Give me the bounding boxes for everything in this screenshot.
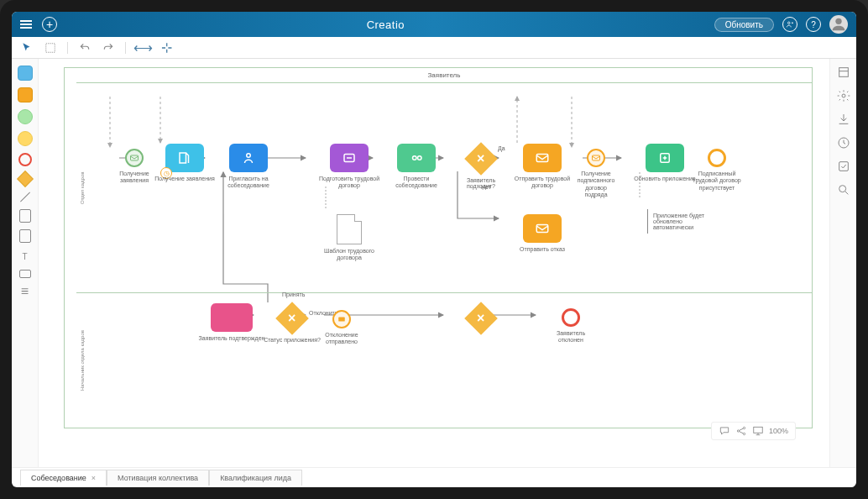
svg-point-39 — [839, 186, 845, 192]
right-panel — [829, 59, 856, 467]
menu-icon[interactable] — [20, 20, 32, 29]
end-event-signed[interactable]: Подписанный трудовой договор присутствуе… — [708, 149, 726, 167]
intermediate-receive-signed[interactable]: Получение подписанного договор подряда — [587, 149, 605, 167]
add-user-icon[interactable] — [782, 17, 797, 32]
app-screen: + Creatio Обновить ? ⟷ ⊹ T ≡ — [12, 12, 856, 487]
subprocess-applicant-confirmed[interactable]: Заявитель подтвержден — [211, 303, 253, 332]
palette-connector-icon[interactable] — [19, 192, 29, 202]
share-icon[interactable] — [735, 425, 747, 437]
tab-interview[interactable]: Собеседование× — [20, 470, 107, 486]
redo-icon[interactable] — [102, 41, 115, 55]
palette-lane-icon[interactable]: ≡ — [18, 285, 32, 298]
palette-pool-icon[interactable] — [19, 270, 31, 278]
shape-palette: T ≡ — [12, 59, 39, 467]
task-update-app[interactable]: Обновить приложение — [646, 144, 684, 172]
svg-rect-26 — [593, 155, 600, 160]
svg-rect-25 — [536, 155, 548, 162]
properties-icon[interactable] — [837, 66, 850, 79]
search-icon[interactable] — [837, 183, 850, 197]
svg-rect-33 — [754, 427, 763, 433]
zoom-controls: 100% — [711, 422, 796, 440]
palette-start-event-icon[interactable] — [18, 109, 33, 124]
lane-hr[interactable]: Отдел кадров Получение заявления ◷ Получ… — [76, 83, 812, 293]
zoom-level[interactable]: 100% — [769, 427, 788, 435]
top-bar: + Creatio Обновить ? — [12, 12, 856, 37]
selection-tool-icon[interactable] — [44, 41, 57, 55]
svg-point-36 — [842, 94, 845, 97]
svg-line-40 — [845, 192, 848, 194]
pool-title: Заявитель — [76, 68, 812, 83]
align-icon[interactable]: ⟷ — [136, 41, 149, 55]
tabs: Собеседование× Мотивация коллектива Квал… — [20, 470, 302, 486]
palette-task2-icon[interactable] — [18, 87, 33, 102]
distribute-icon[interactable]: ⊹ — [159, 41, 173, 55]
toolbar: ⟷ ⊹ — [12, 37, 856, 59]
svg-rect-28 — [536, 225, 548, 233]
svg-rect-29 — [338, 318, 345, 322]
update-button[interactable]: Обновить — [714, 18, 774, 32]
start-event[interactable]: Получение заявления — [125, 149, 144, 167]
svg-point-30 — [737, 430, 739, 432]
task-send-contract[interactable]: Отправить трудовой договор — [523, 144, 562, 172]
svg-rect-1 — [46, 43, 55, 52]
end-event-rejected[interactable]: Заявитель отклонен — [562, 308, 580, 327]
palette-intermediate-event-icon[interactable] — [18, 131, 33, 146]
close-icon[interactable]: × — [92, 474, 96, 482]
undo-icon[interactable] — [78, 41, 92, 55]
doc-template[interactable]: Шаблон трудового договора — [337, 214, 362, 244]
task-prepare-contract[interactable]: Подготовить трудовой договор — [330, 144, 369, 172]
laptop-frame: + Creatio Обновить ? ⟷ ⊹ T ≡ — [0, 0, 868, 499]
palette-artifact-icon[interactable] — [19, 229, 31, 243]
gateway-applicant-fits[interactable]: × Заявитель подходит? Да Нет — [469, 147, 493, 171]
svg-point-21 — [247, 154, 251, 158]
svg-point-0 — [787, 22, 790, 24]
task-conduct-interview[interactable]: Провести собеседование — [397, 144, 436, 172]
intermediate-rejection-sent[interactable]: Отклонение отправлено — [332, 310, 351, 328]
palette-task-icon[interactable] — [18, 66, 33, 81]
pool[interactable]: Заявитель Отдел кадров Получение заявлен… — [64, 67, 813, 428]
svg-point-24 — [418, 156, 422, 160]
task-receive-application[interactable]: ◷ Получение заявления — [165, 144, 204, 172]
palette-end-event-icon[interactable] — [18, 153, 32, 166]
presentation-icon[interactable] — [752, 425, 764, 437]
gateway-app-status[interactable]: × Статус приложения? Принять Отклонить — [280, 307, 304, 330]
validate-icon[interactable] — [837, 160, 850, 173]
tab-motivation[interactable]: Мотивация коллектива — [107, 470, 209, 486]
palette-text-icon[interactable]: T — [18, 250, 32, 263]
brand-logo: Creatio — [367, 18, 405, 31]
process-canvas[interactable]: Заявитель Отдел кадров Получение заявлен… — [39, 59, 829, 467]
svg-point-23 — [413, 156, 417, 160]
svg-point-31 — [743, 427, 745, 428]
task-send-rejection[interactable]: Отправить отказ — [523, 214, 562, 243]
task-invite-interview[interactable]: Пригласить на собеседование — [229, 144, 268, 172]
user-avatar[interactable] — [829, 15, 848, 34]
export-icon[interactable] — [837, 113, 850, 126]
main-area: T ≡ Заявитель Отдел кадров Получение зая… — [12, 59, 856, 467]
lane-hr-manager[interactable]: Начальник отдела кадров Заявитель подтве… — [76, 293, 812, 428]
lane-hr-manager-label: Начальник отдела кадров — [76, 293, 88, 428]
svg-rect-20 — [131, 155, 139, 160]
annotation-auto-update: Приложение будет обновлено автоматически — [647, 209, 714, 234]
feedback-icon[interactable] — [719, 425, 730, 437]
gateway-merge[interactable]: × — [469, 307, 493, 330]
palette-gateway-icon[interactable] — [17, 171, 34, 187]
palette-data-icon[interactable] — [19, 209, 31, 223]
help-icon[interactable]: ? — [806, 17, 821, 32]
svg-point-32 — [743, 433, 745, 434]
svg-rect-34 — [839, 68, 848, 77]
settings-icon[interactable] — [837, 89, 850, 102]
add-button[interactable]: + — [42, 17, 57, 32]
tab-qualification[interactable]: Квалификация лида — [209, 470, 302, 486]
history-icon[interactable] — [837, 136, 850, 150]
bottom-tabs-bar: Собеседование× Мотивация коллектива Квал… — [12, 467, 856, 487]
svg-rect-38 — [839, 162, 848, 171]
lane-hr-label: Отдел кадров — [76, 83, 88, 292]
pointer-tool-icon[interactable] — [20, 41, 34, 55]
